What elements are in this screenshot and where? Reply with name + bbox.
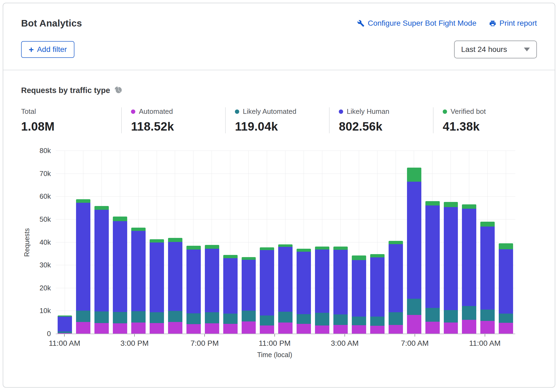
stacked-bar[interactable] [131,228,146,334]
bar-segment-likely_human[interactable] [168,242,182,311]
bar-segment-verified_bot[interactable] [499,243,513,249]
bar-segment-likely_human[interactable] [76,203,90,311]
stacked-bar[interactable] [260,247,274,334]
bar-segment-likely_human[interactable] [480,227,495,310]
bar-segment-likely_human[interactable] [444,207,458,310]
bar-slot-3-00-pm[interactable] [129,151,148,334]
bar-segment-likely_human[interactable] [278,247,293,311]
time-range-dropdown[interactable]: Last 24 hours [454,41,537,58]
bar-segment-likely_human[interactable] [150,242,164,312]
bar-segment-automated[interactable] [444,323,458,334]
bar-segment-automated[interactable] [260,325,274,334]
bar-segment-automated[interactable] [352,325,366,334]
stacked-bar[interactable] [370,254,385,334]
stat-verified-bot[interactable]: Verified bot 41.38k [433,107,537,133]
stacked-bar[interactable] [205,245,219,334]
bar-segment-automated[interactable] [333,325,348,334]
bar-segment-verified_bot[interactable] [242,257,256,260]
bar-segment-likely_automated[interactable] [444,310,458,323]
bar-slot-10-00-pm[interactable] [258,151,276,334]
bar-segment-likely_automated[interactable] [223,314,238,324]
bar-segment-likely_automated[interactable] [297,314,311,324]
bar-segment-likely_human[interactable] [407,182,421,299]
bar-slot-9-00-am[interactable] [460,151,478,334]
bar-segment-likely_automated[interactable] [352,317,366,325]
bar-slot-10-00-am[interactable] [478,151,497,334]
bar-slot-1-00-pm[interactable] [93,151,111,334]
bar-segment-likely_automated[interactable] [186,313,201,324]
bar-slot-2-00-am[interactable] [331,151,350,334]
bar-segment-automated[interactable] [370,326,385,334]
bar-segment-verified_bot[interactable] [444,202,458,207]
bar-slot-4-00-am[interactable] [368,151,386,334]
stacked-bar[interactable] [297,249,311,334]
bar-segment-verified_bot[interactable] [150,239,164,243]
configure-super-bot-fight-mode-link[interactable]: Configure Super Bot Fight Mode [357,19,477,28]
bar-segment-likely_automated[interactable] [315,313,329,325]
bar-segment-automated[interactable] [278,323,293,334]
bar-segment-likely_automated[interactable] [370,317,385,326]
bar-segment-automated[interactable] [58,333,72,334]
bar-segment-likely_human[interactable] [499,249,513,314]
bar-segment-likely_human[interactable] [333,250,348,314]
bar-segment-likely_automated[interactable] [94,311,109,323]
bar-segment-likely_automated[interactable] [242,311,256,322]
bar-segment-likely_automated[interactable] [76,311,90,322]
stacked-bar[interactable] [186,246,201,334]
bar-segment-verified_bot[interactable] [352,255,366,260]
bar-segment-automated[interactable] [407,315,421,334]
bar-segment-verified_bot[interactable] [278,244,293,247]
bar-segment-automated[interactable] [297,324,311,334]
bar-segment-likely_automated[interactable] [150,312,164,323]
bar-segment-likely_human[interactable] [205,249,219,312]
bar-segment-likely_automated[interactable] [168,311,182,322]
stacked-bar[interactable] [425,201,440,334]
bar-segment-likely_human[interactable] [113,221,127,312]
bar-slot-12-00-pm[interactable] [74,151,93,334]
bar-segment-likely_automated[interactable] [389,312,403,325]
bar-segment-likely_human[interactable] [186,250,201,313]
stacked-bar[interactable] [333,247,348,334]
bar-segment-likely_human[interactable] [352,260,366,317]
bar-segment-automated[interactable] [480,321,495,334]
stacked-bar[interactable] [278,244,293,334]
stacked-bar[interactable] [499,243,513,334]
bar-segment-verified_bot[interactable] [113,217,127,221]
bar-segment-verified_bot[interactable] [315,247,329,249]
bar-segment-verified_bot[interactable] [462,204,476,209]
stacked-bar[interactable] [242,257,256,334]
bar-segment-verified_bot[interactable] [370,254,385,257]
print-report-link[interactable]: Print report [489,19,537,28]
bar-segment-likely_human[interactable] [94,210,109,311]
bar-segment-likely_automated[interactable] [113,312,127,323]
bar-segment-likely_human[interactable] [131,231,146,311]
bar-segment-automated[interactable] [425,322,440,334]
bar-segment-likely_automated[interactable] [425,308,440,322]
bar-segment-verified_bot[interactable] [223,255,238,258]
bar-segment-verified_bot[interactable] [333,247,348,250]
stacked-bar[interactable] [444,202,458,334]
bar-segment-automated[interactable] [462,320,476,334]
stat-likely-automated[interactable]: Likely Automated 119.04k [225,107,329,133]
bar-segment-automated[interactable] [150,323,164,334]
bar-segment-verified_bot[interactable] [297,249,311,252]
bar-slot-5-00-pm[interactable] [166,151,184,334]
stacked-bar[interactable] [76,199,90,334]
bar-slot-11-00-am[interactable] [56,151,74,334]
bar-segment-likely_human[interactable] [260,250,274,315]
stacked-bar[interactable] [223,255,238,334]
bar-slot-8-00-am[interactable] [442,151,460,334]
stacked-bar[interactable] [462,204,476,334]
add-filter-button[interactable]: + Add filter [21,41,74,58]
bar-segment-likely_human[interactable] [389,244,403,312]
bar-segment-automated[interactable] [223,324,238,334]
stacked-bar[interactable] [407,168,421,334]
bar-segment-verified_bot[interactable] [168,238,182,242]
bar-segment-likely_human[interactable] [242,260,256,311]
stacked-bar[interactable] [94,206,109,334]
bar-segment-likely_human[interactable] [297,252,311,314]
bar-segment-verified_bot[interactable] [76,199,90,203]
bar-slot-1-00-am[interactable] [313,151,331,334]
bar-slot-2-00-pm[interactable] [111,151,129,334]
bar-segment-likely_human[interactable] [58,317,72,332]
